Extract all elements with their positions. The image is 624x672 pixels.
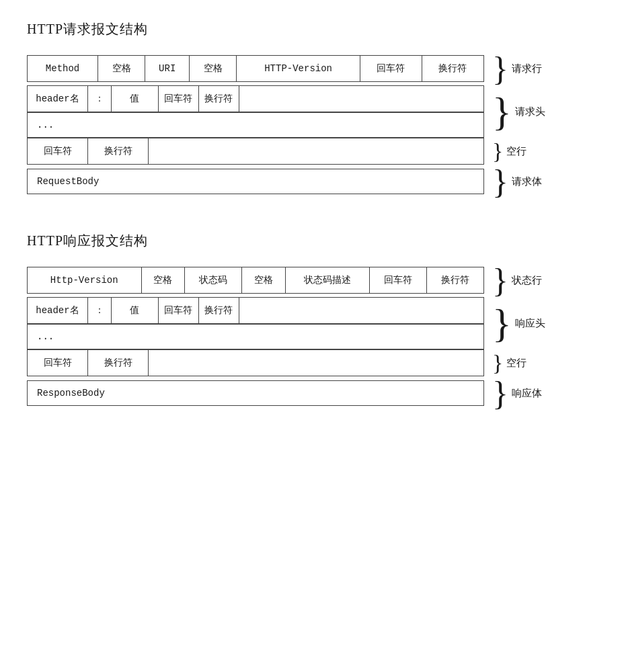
- cell-cr2: 回车符: [158, 86, 198, 112]
- request-row1-cells: Method 空格 URI 空格 HTTP-Version 回车符 换行符: [27, 55, 484, 82]
- cell-value: 值: [111, 86, 158, 112]
- response-row2-table: header名 ： 值 回车符 换行符: [27, 297, 484, 324]
- response-row1: Http-Version 空格 状态码 空格 状态码描述 回车符 换行符 } 状…: [27, 263, 597, 297]
- request-row1: Method 空格 URI 空格 HTTP-Version 回车符 换行符 } …: [27, 52, 597, 85]
- cell-lf3: 换行符: [88, 138, 149, 165]
- cell-colon: ：: [87, 86, 111, 112]
- cell-lf1: 换行符: [422, 56, 483, 82]
- cell-value-r: 值: [111, 298, 158, 324]
- label-response-row4: 空行: [506, 357, 526, 370]
- response-title: HTTP响应报文结构: [27, 232, 597, 250]
- response-row4-cells: 回车符 换行符: [27, 349, 484, 376]
- request-row5-label: } 请求体: [492, 165, 542, 198]
- label-response-header: 响应头: [515, 317, 545, 330]
- cell-empty-r2: [239, 86, 483, 112]
- brace-request-header: }: [492, 91, 512, 132]
- request-section: HTTP请求报文结构 Method 空格 URI 空格 HTTP-Version…: [27, 20, 597, 198]
- cell-header-name-r: header名: [28, 298, 88, 324]
- response-row5: ResponseBody } 响应体: [27, 376, 597, 410]
- request-row1-label: } 请求行: [492, 52, 542, 85]
- cell-space4: 空格: [242, 267, 286, 294]
- cell-response-body: ResponseBody: [28, 381, 484, 406]
- cell-uri: URI: [145, 56, 190, 82]
- response-row3-table: ...: [27, 324, 484, 349]
- cell-lf6: 换行符: [88, 350, 149, 376]
- brace-request-row4: }: [492, 140, 503, 163]
- cell-lf4: 换行符: [427, 267, 484, 294]
- request-row5: RequestBody } 请求体: [27, 165, 597, 198]
- cell-header-name: header名: [28, 86, 88, 112]
- brace-request-row1: }: [492, 52, 508, 85]
- cell-space1: 空格: [98, 56, 145, 82]
- cell-status-desc: 状态码描述: [285, 267, 369, 294]
- cell-cr3: 回车符: [28, 138, 88, 165]
- cell-http-version: HTTP-Version: [237, 56, 360, 82]
- response-row5-table: ResponseBody: [27, 380, 484, 406]
- response-row4-label: } 空行: [492, 351, 526, 374]
- cell-empty-r2r: [239, 298, 483, 324]
- cell-space2: 空格: [190, 56, 237, 82]
- brace-response-row1: }: [492, 263, 508, 297]
- cell-cr1: 回车符: [360, 56, 422, 82]
- response-header-tables: header名 ： 值 回车符 换行符 ...: [27, 297, 484, 349]
- cell-empty-r4r: [149, 350, 484, 376]
- request-header-group: header名 ： 值 回车符 换行符 ... } 请求头: [27, 85, 597, 138]
- request-row1-table: Method 空格 URI 空格 HTTP-Version 回车符 换行符: [27, 55, 484, 82]
- brace-response-header: }: [492, 303, 512, 343]
- response-row4-table: 回车符 换行符: [27, 349, 484, 376]
- request-title: HTTP请求报文结构: [27, 20, 597, 38]
- cell-method: Method: [28, 56, 98, 82]
- request-header-tables: header名 ： 值 回车符 换行符 ...: [27, 85, 484, 138]
- brace-response-row4: }: [492, 351, 503, 374]
- cell-request-body: RequestBody: [28, 169, 484, 194]
- cell-ellipsis: ...: [28, 113, 484, 138]
- response-row1-cells: Http-Version 空格 状态码 空格 状态码描述 回车符 换行符: [27, 267, 484, 294]
- cell-lf2: 换行符: [198, 86, 239, 112]
- request-row4-cells: 回车符 换行符: [27, 138, 484, 165]
- cell-cr6: 回车符: [28, 350, 88, 376]
- response-row4: 回车符 换行符 } 空行: [27, 349, 597, 376]
- request-row4-table: 回车符 换行符: [27, 138, 484, 165]
- label-request-row5: 请求体: [512, 175, 542, 188]
- cell-status-code: 状态码: [185, 267, 242, 294]
- cell-ellipsis-r: ...: [28, 325, 484, 349]
- request-row4: 回车符 换行符 } 空行: [27, 138, 597, 165]
- cell-cr5: 回车符: [158, 298, 198, 324]
- brace-response-row5: }: [492, 376, 508, 410]
- label-response-row1: 状态行: [512, 274, 542, 287]
- cell-cr4: 回车符: [370, 267, 427, 294]
- brace-request-row5: }: [492, 165, 508, 198]
- response-row1-label: } 状态行: [492, 263, 542, 297]
- request-row5-cells: RequestBody: [27, 169, 484, 194]
- cell-lf5: 换行符: [198, 298, 239, 324]
- label-request-row4: 空行: [506, 145, 526, 158]
- request-header-brace: } 请求头: [492, 85, 545, 138]
- cell-empty-r4: [149, 138, 484, 165]
- response-section: HTTP响应报文结构 Http-Version 空格 状态码 空格 状态码描述 …: [27, 232, 597, 410]
- label-request-row1: 请求行: [512, 62, 542, 75]
- request-row5-table: RequestBody: [27, 169, 484, 194]
- request-row4-label: } 空行: [492, 140, 526, 163]
- label-response-row5: 响应体: [512, 387, 542, 400]
- response-row5-cells: ResponseBody: [27, 380, 484, 406]
- cell-http-version-r: Http-Version: [28, 267, 142, 294]
- request-row3-table: ...: [27, 112, 484, 138]
- response-row5-label: } 响应体: [492, 376, 542, 410]
- response-header-brace: } 响应头: [492, 297, 545, 349]
- request-row2-table: header名 ： 值 回车符 换行符: [27, 85, 484, 112]
- cell-colon-r: ：: [87, 298, 111, 324]
- cell-space3: 空格: [141, 267, 185, 294]
- response-header-group: header名 ： 值 回车符 换行符 ... } 响应头: [27, 297, 597, 349]
- response-row1-table: Http-Version 空格 状态码 空格 状态码描述 回车符 换行符: [27, 267, 484, 294]
- label-request-header: 请求头: [515, 106, 545, 118]
